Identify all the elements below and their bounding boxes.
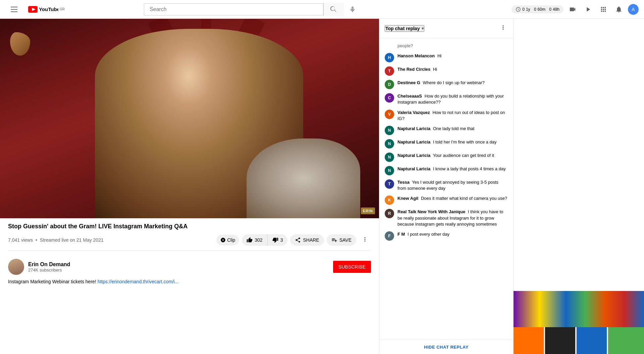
hide-chat-button[interactable]: HIDE CHAT REPLAY xyxy=(424,345,469,350)
avatar: H xyxy=(385,53,394,62)
avatar: K xyxy=(385,195,394,205)
hamburger-menu-button[interactable] xyxy=(5,1,23,17)
message-body: Valeria Vazquez How to not run out of id… xyxy=(397,110,508,122)
clip-icon xyxy=(220,237,226,243)
search-button[interactable] xyxy=(323,3,344,16)
share-icon xyxy=(295,237,301,243)
channel-row: Erin On Demand 274K subscribers SUBSCRIB… xyxy=(0,255,379,279)
thumbnail-pattern xyxy=(514,291,644,327)
channel-info: Erin On Demand 274K subscribers xyxy=(8,259,70,275)
share-button[interactable]: SHARE xyxy=(290,234,324,246)
message-text: I post every other day xyxy=(408,232,449,237)
avatar: V xyxy=(385,110,394,119)
message-text: One lady told me that xyxy=(433,126,475,131)
avatar: N xyxy=(385,166,394,175)
avatar: C xyxy=(385,93,394,103)
dislike-button[interactable]: 3 xyxy=(268,234,288,246)
message-body: Naptural Laricia One lady told me that xyxy=(397,126,508,132)
video-actions: Clip 302 xyxy=(216,233,371,246)
message-text: Hi xyxy=(433,67,437,72)
avatar: T xyxy=(385,66,394,76)
recommended-thumbnail-1[interactable] xyxy=(514,291,644,327)
youtube-logo-icon: YouTube xyxy=(28,6,58,13)
channel-name: Erin On Demand xyxy=(28,261,70,268)
list-item: N Naptural Laricia I told her I'm fine w… xyxy=(379,137,513,151)
youtube-logo[interactable]: YouTube GR xyxy=(28,6,65,13)
stat3-value: 0 xyxy=(549,7,551,12)
description-link[interactable]: https://erinondemand.thrivecart.com/i... xyxy=(98,279,179,284)
like-button[interactable]: 302 xyxy=(242,234,267,246)
message-text: Hi xyxy=(437,53,441,58)
message-text: Yes I would get annoyed by seeing 3-5 po… xyxy=(397,180,498,191)
studio-button[interactable] xyxy=(566,3,579,16)
chat-more-button[interactable] xyxy=(498,23,508,34)
channel-avatar-image xyxy=(8,259,24,275)
thumbdown-icon xyxy=(272,237,278,243)
message-author: Valeria Vazquez xyxy=(397,110,430,115)
rec-thumb-small-4[interactable] xyxy=(608,327,644,354)
message-text: Where do I sign up for webinar? xyxy=(423,80,485,85)
message-author: ChelseaaaS xyxy=(397,94,422,99)
like-dislike-group: 302 3 xyxy=(242,234,287,246)
more-options-button[interactable] xyxy=(359,233,371,246)
message-author: Destinee G xyxy=(397,80,420,85)
message-body: Naptural Laricia Your audience can get t… xyxy=(397,153,508,159)
list-item: V Valeria Vazquez How to not run out of … xyxy=(379,108,513,124)
stream-date: Streamed live on 21 May 2021 xyxy=(40,237,104,243)
message-body: Knew Agil Does it matter what kind of ca… xyxy=(397,195,508,201)
video-watermark: ERIN xyxy=(361,208,375,214)
video-description: Instagram Marketing Webinar tickets here… xyxy=(0,279,379,290)
hamburger-icon xyxy=(8,4,20,15)
search-input[interactable] xyxy=(144,4,323,15)
video-title: Stop Guessin' about the Gram! LIVE Insta… xyxy=(8,222,371,231)
message-body: The Red Circles Hi xyxy=(397,66,508,72)
message-body: Naptural Laricia I know a lady that post… xyxy=(397,166,508,172)
save-button[interactable]: SAVE xyxy=(327,234,356,246)
avatar: D xyxy=(385,80,394,89)
stat2-value: 0 xyxy=(534,7,536,12)
list-item: N Naptural Laricia Your audience can get… xyxy=(379,151,513,164)
video-player[interactable]: ERIN xyxy=(0,19,379,218)
message-author: The Red Circles xyxy=(397,67,430,72)
message-body: F M I post every other day xyxy=(397,231,508,237)
rec-thumb-small-2[interactable] xyxy=(545,327,575,354)
save-icon xyxy=(331,237,337,243)
search-bar xyxy=(144,3,323,15)
stat2-label: 60m xyxy=(538,7,545,12)
list-item: K Knew Agil Does it matter what kind of … xyxy=(379,193,513,207)
apps-button[interactable] xyxy=(597,3,610,16)
avatar: N xyxy=(385,139,394,149)
subscribe-button[interactable]: SUBSCRIBE xyxy=(333,261,371,273)
chat-messages-list: people? H Hanson Melancon Hi T The Red C… xyxy=(379,38,513,340)
notifications-button[interactable] xyxy=(612,3,625,16)
rec-content xyxy=(514,19,644,354)
user-avatar-button[interactable]: A xyxy=(628,4,639,15)
avatar: N xyxy=(385,126,394,135)
video-meta-left: 7,041 views • Streamed live on 21 May 20… xyxy=(8,237,104,243)
svg-text:YouTube: YouTube xyxy=(39,6,58,12)
video-background xyxy=(0,19,379,218)
message-author: Naptural Laricia xyxy=(397,139,430,144)
play-button[interactable] xyxy=(582,3,594,16)
list-item: N Naptural Laricia I know a lady that po… xyxy=(379,164,513,177)
chat-message-truncated: people? xyxy=(379,41,513,51)
rec-thumb-small-1[interactable] xyxy=(514,327,544,354)
rec-thumb-small-3[interactable] xyxy=(577,327,607,354)
message-author: Hanson Melancon xyxy=(397,53,435,58)
message-author: Knew Agil xyxy=(397,196,418,201)
chat-title-button[interactable]: Top chat replay ▾ xyxy=(385,25,424,32)
recommended-panel xyxy=(513,19,644,354)
bell-icon xyxy=(615,6,623,13)
search-icon xyxy=(330,6,337,13)
microphone-button[interactable] xyxy=(346,3,359,15)
more-icon xyxy=(362,236,368,243)
channel-details: Erin On Demand 274K subscribers xyxy=(28,261,70,273)
list-item: R Real Talk New York With Janique I thin… xyxy=(379,207,513,229)
studio-icon xyxy=(569,6,576,13)
logo-country: GR xyxy=(60,7,65,11)
message-author: Naptural Laricia xyxy=(397,166,430,171)
message-author: Real Talk New York With Janique xyxy=(397,209,465,214)
clip-button[interactable]: Clip xyxy=(216,235,239,245)
channel-avatar[interactable] xyxy=(8,259,24,275)
main-content: ERIN Stop Guessin' about the Gram! LIVE … xyxy=(0,19,644,354)
